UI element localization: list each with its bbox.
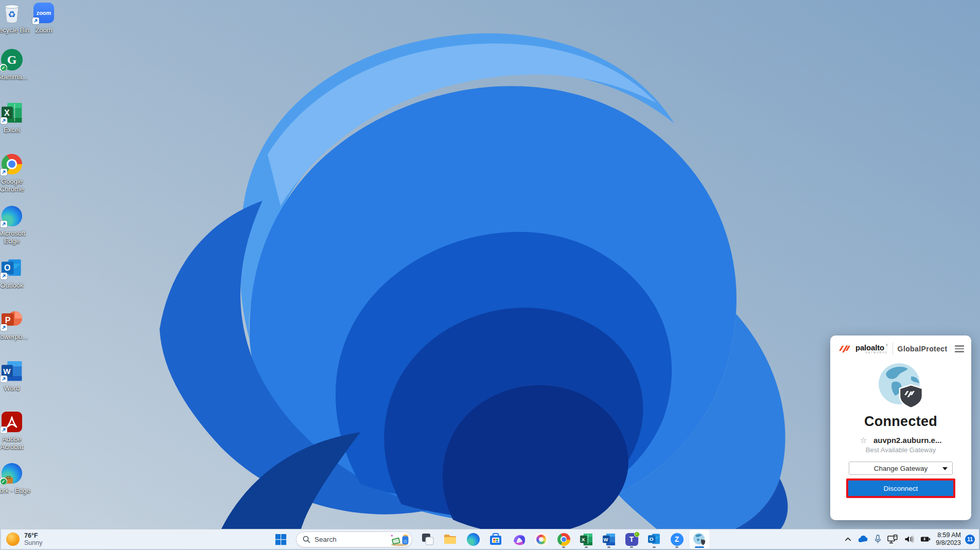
- paloalto-brand: paloalto ® NETWORKS: [855, 344, 888, 354]
- running-indicator: [585, 546, 588, 548]
- desktop-icon-work-edge[interactable]: ✓Work - Edge: [0, 462, 31, 494]
- onedrive-cloud-icon[interactable]: [856, 535, 869, 544]
- taskbar-app-microsoft-365[interactable]: [508, 529, 529, 549]
- windows-desktop: ♻Recycle BinzoomZoomG✓Gramma...XExcelGoo…: [0, 0, 980, 550]
- powerpoint-icon: P: [0, 308, 24, 331]
- taskbar-app-outlook[interactable]: O: [644, 529, 664, 549]
- taskbar-app-adobe-creative-cloud[interactable]: [531, 529, 551, 549]
- tray-date: 9/8/2023: [936, 539, 961, 547]
- check-badge-icon: ✓: [0, 64, 7, 72]
- shortcut-arrow-icon: [1, 427, 7, 433]
- taskbar-app-chrome[interactable]: [553, 529, 574, 549]
- search-box[interactable]: Search ✦: [296, 531, 412, 547]
- microsoft-edge-icon: [0, 204, 24, 228]
- disconnect-button[interactable]: Disconnect: [848, 481, 953, 496]
- desktop-icon-microsoft-edge[interactable]: Microsoft Edge: [0, 204, 31, 245]
- desktop-icon-label: Google Chrome: [0, 178, 31, 193]
- gateway-row: ☆ auvpn2.auburn.e...: [830, 436, 971, 445]
- hamburger-menu-icon[interactable]: [955, 344, 964, 353]
- taskbar-app-microsoft-store[interactable]: [485, 529, 506, 549]
- taskbar-app-globalprotect[interactable]: [689, 529, 710, 549]
- notification-badge[interactable]: 11: [965, 535, 975, 544]
- weather-widget[interactable]: 76°F Sunny: [6, 529, 42, 549]
- clock[interactable]: 8:59 AM 9/8/2023: [936, 531, 961, 547]
- adobe-acrobat-icon: [0, 410, 24, 434]
- windows-start-icon: [275, 534, 287, 545]
- disconnect-highlight-annotation: Disconnect: [846, 478, 955, 498]
- svg-text:O: O: [4, 263, 10, 272]
- active-indicator: [695, 546, 704, 548]
- desktop-icon-powerpoint[interactable]: PPowerpo...: [0, 308, 31, 341]
- desktop-icon-google-chrome[interactable]: Google Chrome: [0, 152, 31, 193]
- globalprotect-header: paloalto ® NETWORKS GlobalProtect: [830, 335, 971, 355]
- edge-icon: [467, 533, 480, 546]
- microphone-icon[interactable]: [873, 534, 882, 545]
- desktop-icon-adobe-acrobat[interactable]: Adobe Acrobat: [0, 410, 31, 451]
- desktop-icon-zoom-app[interactable]: zoomZoom: [24, 1, 63, 34]
- globalprotect-icon: [693, 533, 706, 546]
- desktop-icon-label: Powerpo...: [0, 333, 28, 341]
- teams-icon: T✓: [625, 533, 638, 546]
- desktop-icon-label: Outlook: [1, 281, 24, 289]
- svg-text:W: W: [3, 367, 11, 376]
- outlook-icon: O: [647, 533, 661, 546]
- desktop-icon-label: Word: [4, 384, 20, 392]
- google-chrome-icon: [0, 152, 24, 176]
- svg-text:♻: ♻: [8, 10, 15, 20]
- svg-text:W: W: [604, 537, 608, 542]
- app-title: GlobalProtect: [898, 345, 950, 353]
- desktop-icon-word[interactable]: WWord: [0, 359, 31, 392]
- zoom-icon: Z: [671, 533, 684, 546]
- desktop-icon-label: Work - Edge: [0, 487, 30, 494]
- running-indicator: [562, 546, 565, 548]
- svg-text:✦: ✦: [390, 534, 394, 538]
- gateway-description: Best Available Gateway: [830, 446, 971, 454]
- ethernet-network-icon[interactable]: [886, 534, 899, 545]
- excel-icon: X: [580, 533, 593, 546]
- taskbar-app-word[interactable]: W: [599, 529, 619, 549]
- taskbar-app-edge[interactable]: [463, 529, 483, 549]
- desktop-icon-excel[interactable]: XExcel: [0, 101, 31, 134]
- svg-text:X: X: [582, 537, 585, 542]
- shortcut-arrow-icon: [32, 17, 39, 24]
- start-button[interactable]: [270, 529, 291, 549]
- grammarly-icon: G✓: [0, 48, 24, 72]
- search-placeholder: Search: [314, 536, 385, 543]
- taskbar-app-teams[interactable]: T✓: [621, 529, 642, 549]
- taskbar-app-excel[interactable]: X: [576, 529, 597, 549]
- desktop-icon-label: Adobe Acrobat: [0, 435, 31, 451]
- running-indicator: [607, 546, 610, 548]
- globalprotect-window: paloalto ® NETWORKS GlobalProtect: [830, 335, 971, 520]
- battery-charging-icon[interactable]: [919, 534, 932, 544]
- svg-text:O: O: [650, 536, 654, 542]
- desktop-icon-label: Zoom: [35, 26, 52, 34]
- globe-shield-icon: [875, 361, 926, 410]
- file-explorer-icon: [444, 533, 457, 546]
- desktop-icon-label: Microsoft Edge: [0, 229, 31, 245]
- running-indicator: [653, 546, 656, 548]
- taskbar-app-zoom[interactable]: Z: [667, 529, 687, 549]
- outlook-icon: O: [0, 256, 24, 280]
- registered-mark: ®: [886, 344, 888, 347]
- connection-status: Connected: [830, 414, 971, 430]
- excel-icon: X: [0, 101, 24, 125]
- shortcut-arrow-icon: [1, 221, 7, 227]
- star-icon[interactable]: ☆: [860, 436, 867, 445]
- shortcut-arrow-icon: [1, 273, 7, 279]
- header-divider: [892, 343, 893, 355]
- microsoft-365-icon: [512, 533, 525, 546]
- tray-chevron-up-icon[interactable]: [844, 536, 852, 543]
- desktop-icon-label: Gramma...: [0, 73, 28, 81]
- desktop-icon-outlook[interactable]: OOutlook: [0, 256, 31, 289]
- change-gateway-dropdown[interactable]: Change Gateway: [849, 462, 953, 475]
- task-view-icon: [421, 533, 434, 546]
- shortcut-arrow-icon: [1, 376, 7, 382]
- taskbar-app-task-view[interactable]: [417, 529, 438, 549]
- work-edge-icon: ✓: [0, 462, 24, 485]
- running-indicator: [675, 546, 678, 548]
- taskbar-app-file-explorer[interactable]: [440, 529, 461, 549]
- dropdown-caret-icon: [942, 467, 948, 470]
- desktop-icon-grammarly[interactable]: G✓Gramma...: [0, 48, 31, 81]
- speaker-volume-icon[interactable]: [903, 534, 915, 544]
- recycle-bin-icon: ♻: [0, 1, 24, 25]
